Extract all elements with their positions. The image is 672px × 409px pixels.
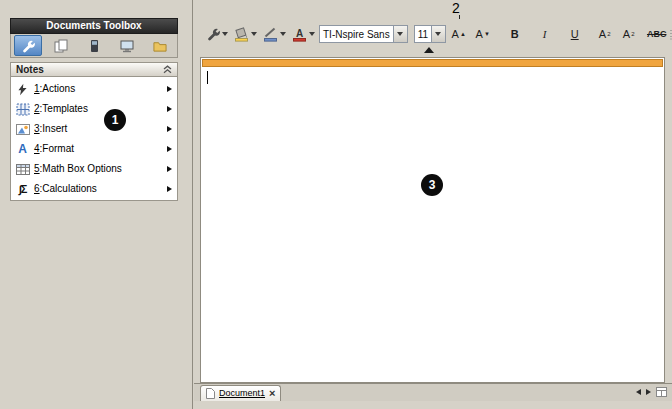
font-size-select[interactable]: 11 (414, 25, 446, 43)
submenu-arrow-icon (167, 186, 172, 192)
submenu-arrow-icon (167, 106, 172, 112)
increase-font-base: A (452, 29, 459, 40)
math-box-grid-icon (15, 162, 30, 177)
menu-text: :Templates (40, 103, 88, 114)
menu-text: :Format (40, 143, 74, 154)
italic-button[interactable]: I (534, 24, 556, 44)
submenu-arrow-icon (167, 126, 172, 132)
text-color-icon: A (292, 27, 307, 42)
document-page-icon (206, 388, 215, 399)
underline-button[interactable]: U (564, 24, 586, 44)
page-sorter-view-icon[interactable] (656, 387, 667, 397)
tab-page-sorter[interactable] (47, 35, 75, 56)
text-cursor (207, 71, 208, 84)
subscript-button[interactable]: A2 (618, 24, 640, 44)
menu-text: :Calculations (40, 183, 97, 194)
submenu-arrow-icon (167, 86, 172, 92)
subscript-mark: 2 (631, 31, 634, 37)
font-family-select[interactable]: TI-Nspire Sans (319, 25, 408, 43)
submenu-arrow-icon (167, 166, 172, 172)
increase-font-size-button[interactable]: A▲ (448, 24, 470, 44)
callout-3-badge: 3 (421, 174, 443, 196)
menu-item-math-box-options[interactable]: 5:Math Box Options (11, 159, 177, 179)
menu-item-calculations[interactable]: ∫Σ 6:Calculations (11, 179, 177, 199)
notes-menu: 1:Actions 2:Templates (10, 77, 178, 201)
decrease-font-size-button[interactable]: A▼ (472, 24, 494, 44)
document-tab-bar: Document1 × (194, 383, 672, 401)
collapse-panel-button[interactable] (163, 65, 172, 74)
menu-item-insert[interactable]: 3:Insert (11, 119, 177, 139)
callout-2-label: 2 (452, 0, 460, 16)
decrease-font-mark: ▼ (484, 31, 490, 37)
document-tab-label: Document1 (219, 389, 265, 398)
font-size-value: 11 (415, 29, 431, 40)
tab-content-explorer[interactable] (146, 35, 174, 56)
double-chevron-up-icon (163, 65, 172, 74)
calculations-glyph: ∫Σ (19, 184, 27, 195)
insert-icon (15, 122, 30, 137)
menu-item-label: 2:Templates (34, 104, 88, 114)
line-color-button[interactable] (261, 23, 288, 45)
wrench-icon (21, 39, 35, 53)
document-page[interactable] (200, 57, 665, 383)
menu-item-label: 3:Insert (34, 124, 67, 134)
notes-panel-title: Notes (16, 65, 163, 75)
superscript-mark: 2 (607, 31, 610, 37)
menu-item-format[interactable]: A 4:Format (11, 139, 177, 159)
line-color-icon (263, 27, 278, 42)
superscript-base: A (599, 29, 606, 40)
tools-menu-button[interactable] (204, 23, 230, 45)
fill-color-bucket-icon (234, 27, 249, 42)
menu-item-label: 6:Calculations (34, 184, 97, 194)
dropdown-caret-icon (397, 32, 403, 36)
page-title-accent-bar (202, 59, 663, 67)
format-letter-glyph: A (18, 143, 27, 155)
page-navigation (636, 387, 672, 401)
bold-button[interactable]: B (504, 24, 526, 44)
decrease-font-base: A (476, 29, 483, 40)
menu-item-templates[interactable]: 2:Templates (11, 99, 177, 119)
documents-toolbox-sidebar: Documents Toolbox (0, 0, 193, 409)
calculations-icon: ∫Σ (15, 182, 30, 197)
templates-grid-icon (15, 102, 30, 117)
menu-text: :Actions (40, 83, 76, 94)
dropdown-caret-icon (309, 32, 315, 36)
notes-panel-header: Notes (10, 62, 178, 77)
monitor-icon (120, 39, 134, 53)
content-explorer-folder-icon (153, 39, 167, 53)
menu-item-label: 4:Format (34, 144, 74, 154)
svg-text:A: A (296, 28, 303, 39)
font-family-value: TI-Nspire Sans (320, 29, 393, 40)
next-page-arrow-icon[interactable] (646, 389, 651, 395)
text-color-button[interactable]: A (290, 23, 317, 45)
menu-text: :Math Box Options (40, 163, 122, 174)
actions-lightning-icon (15, 82, 30, 97)
toolbox-title: Documents Toolbox (10, 18, 178, 34)
tab-utilities[interactable] (113, 35, 141, 56)
close-tab-icon[interactable]: × (269, 388, 275, 399)
menu-item-label: 1:Actions (34, 84, 75, 94)
tab-smartview[interactable] (80, 35, 108, 56)
submenu-arrow-icon (167, 146, 172, 152)
callout-1-badge: 1 (104, 109, 126, 131)
document-tab[interactable]: Document1 × (200, 385, 281, 401)
font-size-caret (431, 26, 445, 42)
increase-font-mark: ▲ (460, 31, 466, 37)
previous-page-arrow-icon[interactable] (636, 389, 641, 395)
format-letter-icon: A (15, 142, 30, 157)
dropdown-caret-icon (222, 32, 228, 36)
menu-item-label: 5:Math Box Options (34, 164, 122, 174)
strikethrough-button[interactable]: ABC (646, 24, 668, 44)
fill-color-button[interactable] (232, 23, 259, 45)
callout-2-pointer-line (459, 15, 460, 19)
dropdown-caret-icon (251, 32, 257, 36)
font-family-caret (393, 26, 407, 42)
toolbox-tab-strip (10, 34, 178, 58)
tab-document-tools[interactable] (14, 35, 42, 56)
menu-text: :Insert (40, 123, 68, 134)
superscript-button[interactable]: A2 (594, 24, 616, 44)
menu-item-actions[interactable]: 1:Actions (11, 79, 177, 99)
wrench-icon (206, 27, 220, 41)
dropdown-caret-icon (280, 32, 286, 36)
toolbar-collapse-arrow-icon[interactable] (424, 47, 434, 53)
